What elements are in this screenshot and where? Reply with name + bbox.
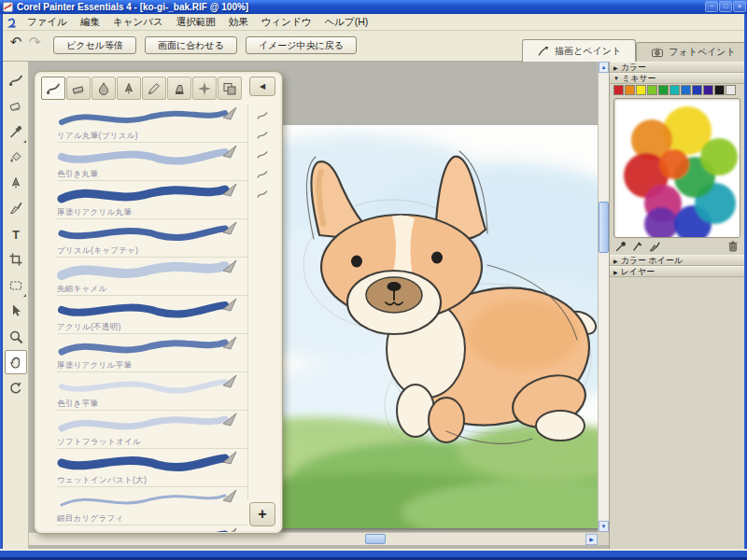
crop-icon bbox=[8, 252, 23, 267]
menu-item[interactable]: 効果 bbox=[222, 14, 255, 31]
canvas-document[interactable] bbox=[252, 125, 599, 528]
tool-crop[interactable] bbox=[5, 247, 27, 272]
mixer-swatch[interactable] bbox=[658, 85, 669, 95]
brush-strip-item[interactable] bbox=[252, 126, 273, 144]
brush-strip-item[interactable] bbox=[252, 185, 273, 203]
section-header-layers[interactable]: ▶ レイヤー bbox=[610, 266, 744, 277]
mixer-pad[interactable] bbox=[613, 98, 740, 238]
panel-collapse-button[interactable]: ◀ bbox=[249, 77, 275, 96]
tab-photo-paint[interactable]: フォトペイント bbox=[636, 42, 747, 62]
mixer-brush[interactable] bbox=[631, 240, 645, 254]
undo-icon[interactable]: ↶ bbox=[8, 34, 23, 50]
brush-category-tabs bbox=[41, 77, 243, 100]
tool-pen[interactable] bbox=[5, 171, 27, 195]
tool-brush[interactable] bbox=[5, 68, 27, 92]
mixer-swatch[interactable] bbox=[636, 85, 646, 95]
brush-variant[interactable]: 細目カリグラフィ bbox=[57, 488, 247, 525]
menu-item[interactable]: 編集 bbox=[74, 14, 106, 31]
mixer-paint-blob bbox=[614, 99, 740, 237]
tool-text[interactable]: T bbox=[5, 222, 27, 246]
brush-category-effects[interactable] bbox=[192, 77, 217, 100]
mixer-swatch[interactable] bbox=[681, 85, 691, 95]
toolbar-button[interactable]: イメージ中央に戻る bbox=[246, 36, 357, 54]
tool-eraser[interactable] bbox=[5, 93, 27, 118]
brush-variant[interactable]: リアル丸筆(ブリスル) bbox=[57, 105, 247, 143]
brush-category-cloner[interactable] bbox=[218, 77, 242, 100]
menu-item[interactable]: 選択範囲 bbox=[170, 14, 222, 31]
horizontal-scrollbar[interactable]: ▶ bbox=[29, 532, 598, 545]
expander-icon: ▶ bbox=[613, 64, 618, 71]
brush-variant[interactable] bbox=[57, 526, 247, 532]
tool-rotate-page[interactable] bbox=[5, 376, 27, 400]
workspace-tabs: 描画とペイントフォトペイント bbox=[522, 39, 747, 62]
vertical-scroll-thumb[interactable] bbox=[599, 202, 609, 253]
section-header-mixer[interactable]: ▼ ミキサー bbox=[610, 73, 744, 84]
mixer-swatch[interactable] bbox=[714, 85, 725, 95]
brush-variant[interactable]: アクリル(不透明) bbox=[57, 297, 247, 334]
menu-item[interactable]: ヘルプ(H) bbox=[317, 14, 374, 31]
brush-variant[interactable]: ブリスル(キャプチャ) bbox=[57, 220, 247, 258]
tool-layer-adjuster[interactable] bbox=[5, 299, 27, 323]
brush-strip-item[interactable] bbox=[252, 146, 273, 163]
brush-variant[interactable]: 色引き丸筆 bbox=[57, 144, 247, 181]
tool-grabber[interactable] bbox=[5, 350, 27, 374]
toolbar-button[interactable]: ピクセル等倍 bbox=[53, 36, 136, 54]
mixer-swatch[interactable] bbox=[692, 85, 702, 95]
toolbar-button[interactable]: 画面に合わせる bbox=[145, 36, 237, 54]
mixer-knife[interactable] bbox=[648, 240, 662, 254]
brush-squiggle-icon bbox=[255, 148, 270, 161]
expander-icon: ▼ bbox=[613, 76, 619, 81]
tool-dropper[interactable] bbox=[5, 119, 27, 144]
document-icon[interactable] bbox=[6, 17, 17, 28]
redo-icon[interactable]: ↷ bbox=[27, 34, 42, 50]
brush-variant-label: 色引き平筆 bbox=[57, 399, 247, 409]
menu-item[interactable]: ウィンドウ bbox=[255, 14, 318, 31]
brush-category-pencil[interactable] bbox=[142, 77, 166, 100]
vertical-scrollbar[interactable]: ▲ ▼ bbox=[598, 62, 609, 532]
paint-bucket-icon bbox=[8, 149, 23, 164]
brush-stroke-preview bbox=[57, 144, 244, 169]
section-header-color[interactable]: ▶ カラー bbox=[610, 62, 744, 73]
mixer-swatch[interactable] bbox=[726, 85, 736, 95]
brush-category-marker[interactable] bbox=[167, 77, 191, 100]
brush-variant[interactable]: 色引き平筆 bbox=[57, 373, 247, 411]
menu-item[interactable]: キャンバス bbox=[106, 14, 170, 31]
mixer-brush-icon bbox=[631, 240, 644, 253]
trash-button[interactable] bbox=[726, 240, 740, 254]
tab-draw-paint[interactable]: 描画とペイント bbox=[522, 39, 636, 62]
tool-rect-select[interactable] bbox=[5, 273, 27, 298]
scroll-right-button[interactable]: ▶ bbox=[585, 534, 598, 545]
tool-paint-bucket[interactable] bbox=[5, 145, 27, 169]
brush-variant[interactable]: 厚塗りアクリル平筆 bbox=[57, 335, 247, 372]
horizontal-scroll-thumb[interactable] bbox=[365, 534, 386, 544]
brush-squiggle-icon bbox=[255, 188, 270, 201]
close-button[interactable]: × bbox=[733, 1, 746, 12]
add-brush-button[interactable]: + bbox=[249, 502, 275, 526]
mixer-swatch[interactable] bbox=[647, 85, 657, 95]
brush-variant-label: ウェットインパスト(大) bbox=[57, 475, 247, 485]
scroll-up-button[interactable]: ▲ bbox=[599, 62, 609, 73]
mixer-swatch[interactable] bbox=[613, 85, 624, 95]
brush-variant[interactable]: 厚塗りアクリル丸筆 bbox=[57, 182, 247, 219]
maximize-button[interactable]: □ bbox=[719, 1, 732, 12]
brush-variant[interactable]: ウェットインパスト(大) bbox=[57, 450, 247, 487]
section-header-color-wheel[interactable]: ▶ カラー ホイール bbox=[610, 255, 744, 266]
mixer-swatch[interactable] bbox=[669, 85, 680, 95]
brush-strip-item[interactable] bbox=[252, 165, 273, 183]
tool-magnifier[interactable] bbox=[5, 325, 27, 349]
brush-variant[interactable]: 先細キャメル bbox=[57, 259, 247, 296]
menu-item[interactable]: ファイル bbox=[21, 14, 74, 31]
brush-variant[interactable]: ソフトフラットオイル bbox=[57, 412, 247, 449]
brush-category-pen[interactable] bbox=[117, 77, 141, 100]
tool-palette-knife[interactable] bbox=[5, 196, 27, 220]
brush-strip-item[interactable] bbox=[252, 106, 273, 124]
brush-category-brushes[interactable] bbox=[41, 77, 65, 100]
minimize-button[interactable]: − bbox=[705, 1, 718, 12]
watercolor-icon bbox=[96, 81, 111, 96]
brush-category-watercolor[interactable] bbox=[92, 77, 116, 100]
brush-category-chalk[interactable] bbox=[66, 77, 91, 100]
mixer-swatch[interactable] bbox=[625, 85, 635, 95]
mixer-swatch[interactable] bbox=[703, 85, 713, 95]
scroll-down-button[interactable]: ▼ bbox=[599, 521, 609, 532]
mixer-dropper[interactable] bbox=[614, 240, 628, 254]
